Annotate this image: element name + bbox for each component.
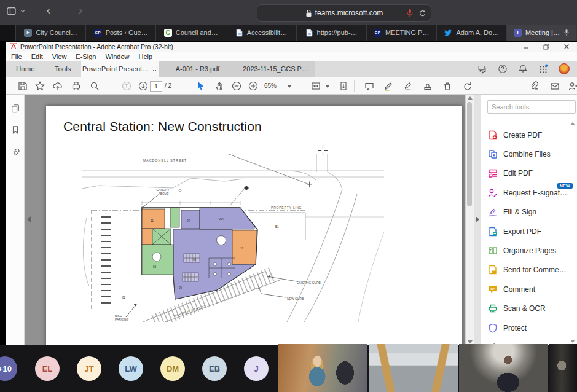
print-icon[interactable] xyxy=(71,80,82,92)
doc-tab-gcs[interactable]: 2023-11-15_GCS P… xyxy=(237,61,315,77)
user-avatar[interactable] xyxy=(559,63,570,74)
close-tab-icon[interactable] xyxy=(152,67,157,71)
zoom-in-icon[interactable] xyxy=(248,80,259,92)
close-button[interactable] xyxy=(561,42,572,52)
fit-page-icon[interactable] xyxy=(338,80,349,92)
doc-tab-a001[interactable]: A-001 - R3.pdf xyxy=(159,61,237,77)
notifications-bell-icon[interactable] xyxy=(518,64,528,74)
tab-tools[interactable]: Tools xyxy=(45,61,81,77)
page-thumbnails-icon[interactable] xyxy=(10,103,20,113)
current-page-input[interactable]: 1 xyxy=(150,81,162,92)
label-new-curb: NEW CURB xyxy=(287,297,304,300)
tool-edit-pdf[interactable]: Edit PDF xyxy=(481,164,577,183)
document-scrollbar[interactable] xyxy=(465,95,474,345)
tool-export-pdf[interactable]: Export PDF xyxy=(481,222,577,241)
tool-organize-pages[interactable]: Organize Pages xyxy=(481,241,577,260)
participant-overflow-avatar[interactable]: +10 xyxy=(0,356,17,381)
collapse-panel-arrow[interactable] xyxy=(27,216,31,222)
browser-tab-council[interactable]: G Council and… xyxy=(156,25,226,41)
star-icon[interactable] xyxy=(34,80,45,92)
participant-avatar-eb[interactable]: EB xyxy=(202,356,227,381)
scroll-up-arrow[interactable] xyxy=(468,96,473,100)
participant-avatar-jt[interactable]: JT xyxy=(77,356,101,381)
tool-create-pdf[interactable]: Create PDF xyxy=(481,125,577,144)
participant-avatar-lw[interactable]: LW xyxy=(119,356,143,381)
window-title: PowerPoint Presentation - Adobe Acrobat … xyxy=(20,43,173,50)
participant-avatar-j[interactable]: J xyxy=(244,356,269,381)
browser-tab-posts-guelph[interactable]: GP Posts ‹ Gue… xyxy=(86,25,156,41)
previous-page-icon[interactable] xyxy=(121,80,132,92)
browser-tab-twitter[interactable]: Adam A. Do… xyxy=(437,25,507,41)
document-canvas[interactable]: Central Station: New Construction xyxy=(25,95,465,345)
help-icon[interactable] xyxy=(498,64,508,74)
delete-trash-icon[interactable] xyxy=(442,80,453,92)
comment-bubble-icon[interactable] xyxy=(364,80,375,92)
menu-help[interactable]: Help xyxy=(139,53,153,60)
fit-dropdown-caret[interactable] xyxy=(326,85,329,88)
search-tools-input[interactable] xyxy=(487,100,576,114)
select-tool-icon[interactable] xyxy=(195,80,206,92)
highlight-pen-icon[interactable] xyxy=(383,80,394,92)
chevron-down-icon[interactable] xyxy=(20,8,26,14)
menu-esign[interactable]: E-Sign xyxy=(76,53,96,60)
sign-pen-icon[interactable] xyxy=(402,80,414,92)
redo-icon[interactable] xyxy=(461,80,473,92)
back-button[interactable]: ‹ xyxy=(39,2,58,17)
next-page-icon[interactable] xyxy=(138,80,149,92)
participant-avatar-el[interactable]: EL xyxy=(35,356,60,381)
browser-tab-pub[interactable]: https://pub-… xyxy=(297,25,367,41)
zoom-out-icon[interactable] xyxy=(231,80,242,92)
menu-edit[interactable]: Edit xyxy=(31,53,43,60)
browser-tab-accessibility[interactable]: Accessibilit… xyxy=(226,25,296,41)
scrollbar-thumb[interactable] xyxy=(467,102,472,206)
tool-protect[interactable]: Protect xyxy=(481,318,577,337)
envelope-icon[interactable] xyxy=(549,80,560,92)
participant-avatar-dm[interactable]: DM xyxy=(160,356,185,381)
hand-tool-icon[interactable] xyxy=(214,80,225,92)
restore-button[interactable] xyxy=(541,42,552,52)
tool-comment[interactable]: Comment xyxy=(481,280,577,299)
tool-fill-sign[interactable]: Fill & Sign xyxy=(481,203,577,222)
browser-tab-partial[interactable] xyxy=(0,25,16,41)
tool-request-esignature[interactable]: Request E-signat… NEW xyxy=(481,183,577,202)
browser-tab-teams-meeting[interactable]: T Meeting |… xyxy=(507,25,577,41)
fit-width-icon[interactable] xyxy=(310,80,321,92)
participant-video-2[interactable] xyxy=(369,344,458,392)
scroll-down-arrow[interactable] xyxy=(468,340,473,343)
browser-tab-city-council[interactable]: E City Counci… xyxy=(16,25,86,41)
minimize-button[interactable] xyxy=(520,42,532,52)
app-grid-icon[interactable] xyxy=(538,64,548,74)
doc-tab-powerpoint[interactable]: PowerPoint Present… xyxy=(81,61,159,77)
zoom-dropdown-caret[interactable] xyxy=(288,85,291,88)
tool-send-for-comments[interactable]: Send for Comme… xyxy=(481,261,577,280)
document-icon xyxy=(235,29,243,37)
microphone-active-icon[interactable] xyxy=(406,9,414,17)
zoom-level-label[interactable]: 65% xyxy=(264,82,277,89)
acrobat-app-icon xyxy=(10,43,17,50)
stamp-icon[interactable] xyxy=(422,80,433,92)
search-icon[interactable] xyxy=(89,80,100,92)
participant-video-4[interactable] xyxy=(549,344,577,392)
forward-button[interactable]: › xyxy=(71,2,90,17)
save-icon[interactable] xyxy=(17,80,28,92)
attachment-cloud-icon[interactable] xyxy=(528,80,540,92)
menu-file[interactable]: File xyxy=(11,53,22,60)
menu-view[interactable]: View xyxy=(52,53,67,60)
attachments-paperclip-icon[interactable] xyxy=(10,147,20,157)
add-user-icon[interactable] xyxy=(567,80,577,92)
tool-combine-files[interactable]: Combine Files xyxy=(481,144,577,163)
feedback-icon[interactable] xyxy=(477,64,487,74)
expand-panel-arrow[interactable] xyxy=(476,216,479,222)
tab-home[interactable]: Home xyxy=(6,61,45,77)
acrobat-window: PowerPoint Presentation - Adobe Acrobat … xyxy=(6,42,577,345)
bookmarks-icon[interactable] xyxy=(10,125,20,135)
address-bar[interactable]: teams.microsoft.com xyxy=(257,4,431,22)
reload-icon[interactable] xyxy=(418,9,426,17)
tool-scan-ocr[interactable]: Scan & OCR xyxy=(481,299,577,318)
participant-video-1[interactable] xyxy=(278,344,367,392)
share-cloud-icon[interactable] xyxy=(52,80,63,92)
browser-tab-meeting-packet[interactable]: GP MEETING P… xyxy=(367,25,437,41)
menu-window[interactable]: Window xyxy=(105,53,129,60)
participant-video-3[interactable] xyxy=(459,344,548,392)
tab-overview-icon[interactable] xyxy=(6,6,17,16)
